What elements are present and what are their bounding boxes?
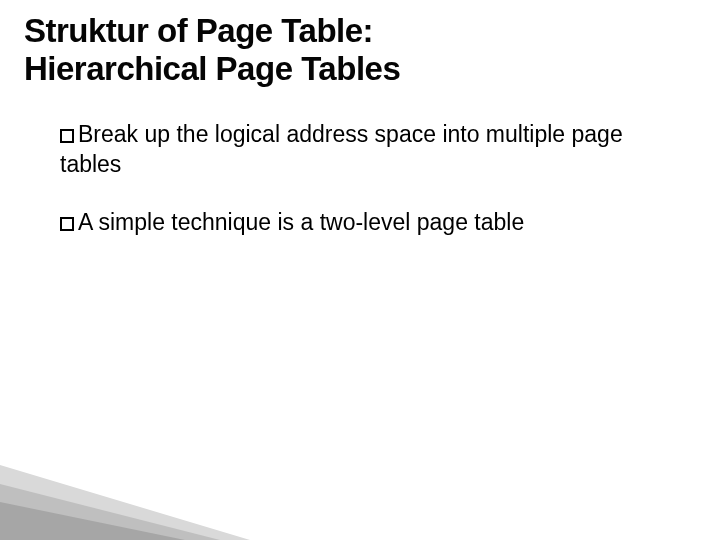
svg-marker-3 <box>0 465 250 540</box>
slide-body: Break up the logical address space into … <box>60 120 640 266</box>
bullet-text: Break up the logical address space into … <box>60 121 623 177</box>
bullet-item: A simple technique is a two-level page t… <box>60 208 640 238</box>
bullet-item: Break up the logical address space into … <box>60 120 640 180</box>
svg-marker-0 <box>0 484 220 540</box>
square-bullet-icon <box>60 129 74 143</box>
slide: Struktur of Page Table: Hierarchical Pag… <box>0 0 720 540</box>
svg-marker-5 <box>0 502 185 540</box>
title-line-2: Hierarchical Page Tables <box>24 50 400 87</box>
square-bullet-icon <box>60 217 74 231</box>
slide-title: Struktur of Page Table: Hierarchical Pag… <box>24 12 680 88</box>
svg-marker-2 <box>0 460 260 540</box>
bullet-text: A simple technique is a two-level page t… <box>78 209 524 235</box>
title-line-1: Struktur of Page Table: <box>24 12 373 49</box>
corner-accent-icon <box>0 460 260 540</box>
svg-marker-4 <box>0 484 220 540</box>
